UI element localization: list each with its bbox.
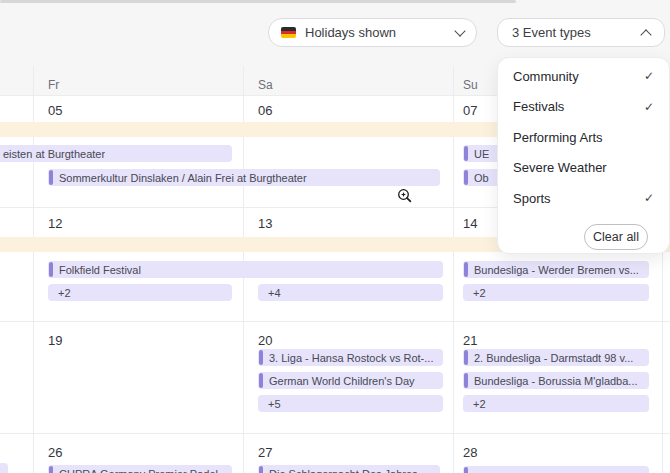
- more-events-pill[interactable]: +2: [463, 395, 649, 412]
- event-pill[interactable]: Die Schlagernacht Des Jahres: [258, 465, 440, 473]
- more-events-pill[interactable]: +5: [258, 395, 443, 412]
- menu-item-label: Performing Arts: [513, 130, 603, 145]
- date-cell-label: 27: [258, 445, 272, 460]
- date-cell-label: 05: [48, 103, 62, 118]
- holidays-dropdown-button[interactable]: Holidays shown: [268, 18, 477, 47]
- date-cell-label: 06: [258, 103, 272, 118]
- date-cell-label: 13: [258, 216, 272, 231]
- event-pill[interactable]: eisten at Burgtheater: [0, 145, 232, 162]
- date-cell-label: 12: [48, 216, 62, 231]
- event-pill[interactable]: Bundesliga - Borussia M'gladba...: [463, 372, 649, 389]
- menu-item-label: Severe Weather: [513, 160, 607, 175]
- zoom-cursor-icon: [397, 188, 413, 208]
- check-icon: ✓: [644, 69, 654, 83]
- more-events-pill[interactable]: +2: [48, 284, 232, 301]
- day-header-sa: Sa: [258, 78, 273, 92]
- check-icon: ✓: [644, 191, 654, 205]
- menu-item-community[interactable]: Community ✓: [498, 61, 669, 92]
- day-header-su: Su: [463, 78, 478, 92]
- event-pill[interactable]: 3. Liga - Hansa Rostock vs Rot-...: [258, 349, 443, 366]
- more-events-pill[interactable]: +4: [258, 284, 443, 301]
- event-types-dropdown-label: 3 Event types: [512, 25, 591, 40]
- more-events-pill[interactable]: +2: [463, 284, 649, 301]
- date-cell-label: 26: [48, 445, 62, 460]
- date-cell-label: 28: [463, 445, 477, 460]
- menu-item-performing-arts[interactable]: Performing Arts: [498, 122, 669, 153]
- event-types-dropdown-button[interactable]: 3 Event types: [497, 18, 665, 47]
- event-pill[interactable]: Folkfield Festival: [48, 261, 443, 278]
- event-pill[interactable]: [463, 466, 649, 473]
- top-scrollbar-thumb[interactable]: [0, 0, 516, 3]
- date-cell-label: 21: [463, 333, 477, 348]
- event-pill[interactable]: [0, 463, 8, 473]
- day-header-fr: Fr: [48, 78, 59, 92]
- menu-item-label: Sports: [513, 191, 551, 206]
- check-icon: ✓: [644, 100, 654, 114]
- date-cell-label: 07: [463, 103, 477, 118]
- event-pill[interactable]: Sommerkultur Dinslaken / Alain Frei at B…: [48, 169, 440, 186]
- holidays-dropdown-label: Holidays shown: [305, 25, 396, 40]
- menu-item-sports[interactable]: Sports ✓: [498, 183, 669, 214]
- event-types-menu: Community ✓ Festivals ✓ Performing Arts …: [497, 57, 670, 254]
- grid-hline: [0, 321, 670, 322]
- clear-all-button[interactable]: Clear all: [584, 224, 648, 250]
- grid-hline: [0, 433, 670, 434]
- menu-item-festivals[interactable]: Festivals ✓: [498, 92, 669, 123]
- menu-item-label: Community: [513, 69, 579, 84]
- event-pill[interactable]: 2. Bundesliga - Darmstadt 98 v...: [463, 349, 649, 366]
- date-cell-label: 19: [48, 333, 62, 348]
- menu-item-label: Festivals: [513, 99, 564, 114]
- date-cell-label: 14: [463, 216, 477, 231]
- chevron-up-icon: [640, 29, 651, 40]
- event-pill[interactable]: German World Children's Day: [258, 372, 443, 389]
- event-pill[interactable]: CUPRA Germany Premier Padel: [48, 465, 232, 473]
- date-cell-label: 20: [258, 333, 272, 348]
- german-flag-icon: [281, 27, 296, 38]
- chevron-down-icon: [454, 25, 465, 36]
- menu-item-severe-weather[interactable]: Severe Weather: [498, 153, 669, 184]
- event-pill[interactable]: Bundesliga - Werder Bremen vs...: [463, 261, 649, 278]
